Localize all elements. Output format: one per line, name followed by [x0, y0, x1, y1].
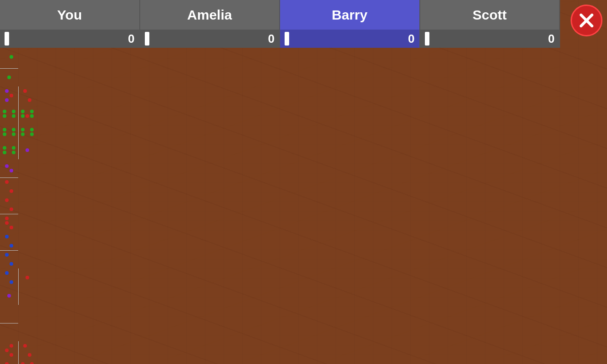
score-value-barry: 0 — [408, 32, 414, 46]
game-board — [0, 50, 607, 364]
domino-tile — [0, 287, 36, 305]
domino-tile — [0, 159, 18, 196]
domino-tile — [0, 50, 18, 86]
domino-tile — [0, 196, 18, 232]
player-panel-amelia: Amelia0 — [140, 0, 281, 48]
player-score-row-amelia: 0 — [140, 30, 280, 48]
domino-tile — [0, 305, 18, 341]
score-value-scott: 0 — [548, 32, 555, 46]
domino-tile — [0, 86, 36, 105]
score-value-amelia: 0 — [268, 32, 275, 46]
score-icon-barry — [285, 32, 289, 46]
scoreboard: You0Amelia0Barry0Scott0 — [0, 0, 560, 48]
player-name-amelia: Amelia — [140, 0, 280, 30]
domino-tile — [0, 105, 36, 123]
score-icon-you — [5, 32, 9, 46]
player-panel-scott: Scott0 — [420, 0, 561, 48]
domino-tile — [0, 359, 36, 364]
domino-tile — [0, 341, 36, 359]
player-score-row-scott: 0 — [420, 30, 560, 48]
player-panel-you: You0 — [0, 0, 140, 48]
player-name-scott: Scott — [420, 0, 560, 30]
domino-tile — [0, 268, 36, 287]
player-name-barry: Barry — [280, 0, 419, 30]
player-score-row-barry: 0 — [280, 30, 419, 48]
score-icon-amelia — [145, 32, 149, 46]
player-name-you: You — [0, 0, 139, 30]
player-score-row-you: 0 — [0, 30, 139, 48]
domino-tile — [0, 141, 36, 159]
domino-tile — [0, 123, 36, 141]
player-panel-barry: Barry0 — [280, 0, 420, 48]
score-icon-scott — [425, 32, 429, 46]
score-value-you: 0 — [128, 32, 134, 46]
close-button[interactable] — [571, 5, 602, 36]
domino-tile — [0, 232, 18, 268]
